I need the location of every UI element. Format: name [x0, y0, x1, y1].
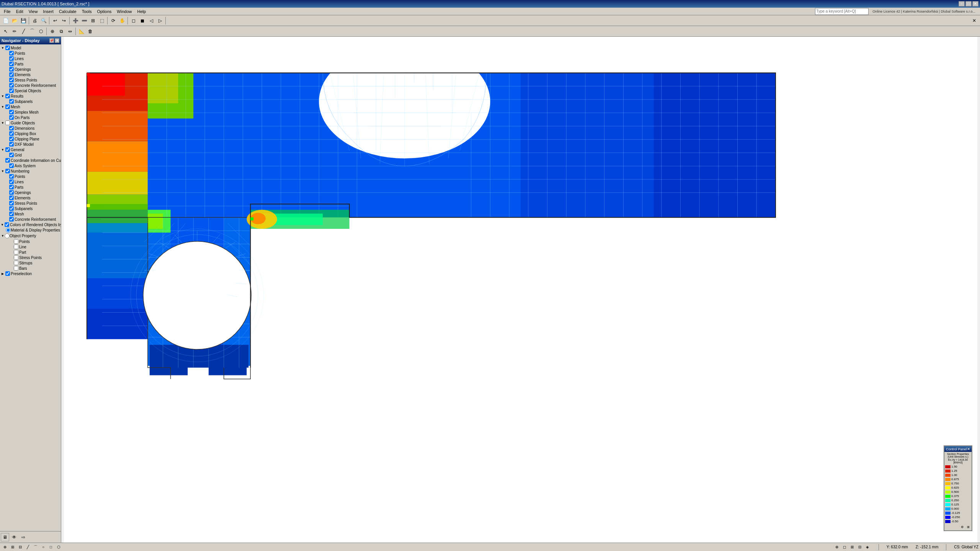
view-left[interactable]: ◁ — [147, 16, 155, 25]
bt-arc[interactable]: ⌒ — [32, 544, 39, 551]
tree-num-concrete-reinf[interactable]: Concrete Reinforcement — [0, 217, 61, 222]
cb-guide-objects[interactable] — [5, 121, 10, 125]
cb-op-points[interactable] — [14, 239, 18, 244]
tree-points[interactable]: Points — [0, 51, 61, 56]
cp-settings[interactable]: ⚙ — [959, 524, 965, 530]
status-icon4[interactable]: ⊟ — [856, 544, 863, 551]
tree-results[interactable]: ▼ Results — [0, 93, 61, 99]
tree-elements[interactable]: Elements — [0, 72, 61, 77]
nav-pin[interactable]: 📌 — [49, 38, 54, 43]
bt-rectangle[interactable]: □ — [47, 544, 54, 551]
cb-op-line[interactable] — [14, 245, 18, 249]
cb-preselection[interactable] — [5, 271, 10, 276]
cb-num-mesh[interactable] — [9, 212, 14, 216]
tb2-mirror[interactable]: ⇔ — [66, 27, 74, 36]
cb-clipping-plane[interactable] — [9, 137, 14, 141]
cb-coord-info[interactable] — [5, 158, 10, 163]
menu-tools[interactable]: Tools — [80, 8, 94, 15]
view-front[interactable]: ◻ — [129, 16, 138, 25]
cb-subpanels[interactable] — [9, 99, 14, 104]
tree-clipping-box[interactable]: Clipping Box — [0, 131, 61, 136]
cb-lines[interactable] — [9, 56, 14, 61]
tree-model[interactable]: ▼ Model — [0, 45, 61, 51]
print-preview[interactable]: 🔍 — [39, 16, 48, 25]
cb-numbering[interactable] — [5, 169, 10, 173]
nav-render-btn[interactable]: 👁 — [10, 533, 18, 541]
tree-op-points[interactable]: Points — [0, 239, 61, 244]
zoom-out[interactable]: ➖ — [80, 16, 88, 25]
cb-num-subpanels[interactable] — [9, 206, 14, 211]
tree-num-mesh[interactable]: Mesh — [0, 211, 61, 217]
viewport[interactable]: Control Panel ✕ Section Properties (Unit… — [61, 37, 980, 543]
tree-stress-points[interactable]: Stress Points — [0, 77, 61, 83]
bt-polygon[interactable]: ⬡ — [55, 544, 62, 551]
rb-object-property[interactable] — [5, 233, 10, 238]
zoom-all[interactable]: ⊞ — [89, 16, 97, 25]
tree-general[interactable]: ▼ General — [0, 147, 61, 152]
pan[interactable]: ✋ — [118, 16, 126, 25]
cb-colors-rendered[interactable] — [5, 222, 9, 227]
search-input[interactable] — [815, 8, 869, 15]
tb2-arc[interactable]: ⌒ — [28, 27, 36, 36]
tree-simplex-mesh[interactable]: Simplex Mesh — [0, 109, 61, 115]
zoom-select[interactable]: ⬚ — [98, 16, 106, 25]
cb-openings[interactable] — [9, 67, 14, 72]
tree-op-stress-points[interactable]: Stress Points — [0, 255, 61, 260]
status-icon2[interactable]: ◻ — [841, 544, 848, 551]
tb2-delete[interactable]: 🗑 — [86, 27, 95, 36]
tree-op-bars[interactable]: Bars — [0, 266, 61, 271]
tree-num-lines[interactable]: Lines — [0, 179, 61, 184]
menu-view[interactable]: View — [26, 8, 40, 15]
cb-op-part[interactable] — [14, 250, 18, 254]
cb-op-stirrups[interactable] — [14, 261, 18, 265]
tree-special-objects[interactable]: Special Objects — [0, 88, 61, 93]
tree-colors-rendered[interactable]: ▼ Colors of Rendered Objects by — [0, 222, 61, 227]
tree-num-points[interactable]: Points — [0, 174, 61, 179]
tree-mesh[interactable]: ▼ Mesh — [0, 104, 61, 109]
rotate[interactable]: ⟳ — [109, 16, 118, 25]
zoom-in[interactable]: ➕ — [71, 16, 80, 25]
tree-op-line[interactable]: Line — [0, 244, 61, 249]
maximize-button[interactable]: □ — [965, 1, 972, 7]
tree-num-stress-points[interactable]: Stress Points — [0, 201, 61, 206]
cb-num-openings[interactable] — [9, 190, 14, 195]
save-button[interactable]: 💾 — [19, 16, 28, 25]
bt-circle[interactable]: ○ — [40, 544, 47, 551]
cb-dxf-model[interactable] — [9, 142, 14, 147]
tree-dimensions[interactable]: Dimensions — [0, 126, 61, 131]
tree-num-openings[interactable]: Openings — [0, 190, 61, 195]
cb-num-lines[interactable] — [9, 179, 14, 184]
bt-line[interactable]: ╱ — [24, 544, 31, 551]
tb2-add[interactable]: ✏ — [10, 27, 19, 36]
cb-special-objects[interactable] — [9, 88, 14, 93]
redo-button[interactable]: ↪ — [60, 16, 68, 25]
tree-guide-objects[interactable]: ▼ Guide Objects — [0, 120, 61, 126]
status-icon5[interactable]: ◈ — [864, 544, 871, 551]
control-panel-close[interactable]: ✕ — [967, 447, 970, 451]
tb2-poly[interactable]: ⬡ — [37, 27, 45, 36]
tree-object-property[interactable]: ▼ Object Property — [0, 233, 61, 239]
tree-grid[interactable]: Grid — [0, 152, 61, 158]
cb-num-elements[interactable] — [9, 196, 14, 200]
minimize-button[interactable]: − — [959, 1, 965, 7]
view-back[interactable]: ◼ — [138, 16, 147, 25]
cb-op-stress-points[interactable] — [14, 255, 18, 260]
cb-stress-points[interactable] — [9, 78, 14, 82]
cb-axis-system[interactable] — [9, 163, 14, 168]
view-right[interactable]: ▷ — [156, 16, 164, 25]
new-button[interactable]: 📄 — [2, 16, 10, 25]
nav-close[interactable]: ✕ — [55, 38, 59, 43]
cb-clipping-box[interactable] — [9, 131, 14, 136]
cb-num-stress-points[interactable] — [9, 201, 14, 205]
tree-parts[interactable]: Parts — [0, 61, 61, 67]
status-icon3[interactable]: ⊞ — [849, 544, 856, 551]
cb-mesh[interactable] — [5, 104, 10, 109]
tree-on-parts[interactable]: On Parts — [0, 115, 61, 120]
tree-axis-system[interactable]: Axis System — [0, 163, 61, 168]
tree-subpanels[interactable]: Subpanels — [0, 99, 61, 104]
tree-coord-info[interactable]: Coordinate Information on Cursor — [0, 158, 61, 163]
tree-numbering[interactable]: ▼ Numbering — [0, 168, 61, 174]
open-button[interactable]: 📂 — [10, 16, 19, 25]
rb-material-display[interactable] — [6, 228, 11, 233]
cb-num-parts[interactable] — [9, 185, 14, 189]
